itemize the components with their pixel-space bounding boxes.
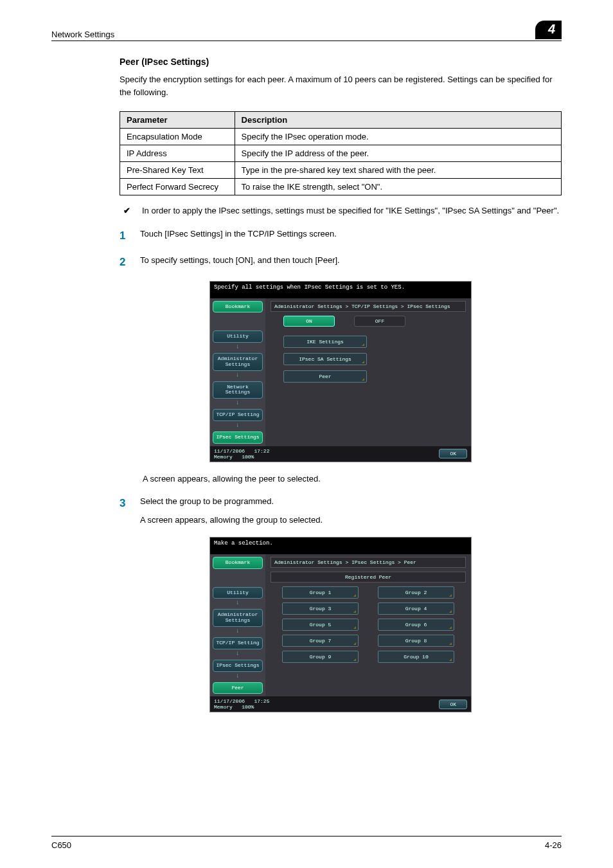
group-button[interactable]: Group 9 — [282, 651, 359, 663]
intro-paragraph: Specify the encryption settings for each… — [120, 73, 562, 98]
status-bar: 11/17/2006 17:22 Memory 100% OK — [210, 446, 471, 462]
step-result: A screen appears, allowing the peer to s… — [143, 474, 562, 484]
page-footer: C650 4-26 — [51, 836, 562, 850]
status-date: 11/17/2006 — [214, 448, 245, 454]
step-1: 1 Touch [IPsec Settings] in the TCP/IP S… — [120, 228, 562, 244]
step-2: 2 To specify settings, touch [ON], and t… — [120, 254, 562, 271]
table-row: Pre-Shared Key TextType in the pre-share… — [120, 162, 562, 179]
status-time: 17:22 — [254, 448, 269, 454]
bookmark-button[interactable]: Bookmark — [213, 301, 263, 313]
admin-settings-button[interactable]: Administrator Settings — [213, 353, 263, 371]
arrow-down-icon: ↓ — [213, 400, 263, 406]
peer-button[interactable]: Peer — [283, 370, 367, 383]
table-header: Parameter — [120, 112, 235, 129]
footer-left: C650 — [51, 840, 71, 850]
arrow-down-icon: ↓ — [213, 422, 263, 429]
page-header: Network Settings 4 — [51, 21, 562, 41]
ike-settings-button[interactable]: IKE Settings — [283, 336, 367, 348]
main-panel: Administrator Settings > IPsec Settings … — [265, 554, 471, 697]
step-text: Select the group to be programmed. — [140, 495, 562, 508]
sidebar: Bookmark Utility ↓ Administrator Setting… — [210, 298, 265, 446]
status-time: 17:25 — [254, 698, 269, 704]
group-button[interactable]: Group 1 — [282, 586, 359, 599]
status-mem-value: 100% — [242, 454, 254, 460]
arrow-down-icon: ↓ — [213, 651, 263, 657]
admin-settings-button[interactable]: Administrator Settings — [213, 609, 263, 627]
registered-peer-header: Registered Peer — [271, 572, 466, 583]
group-button[interactable]: Group 7 — [282, 635, 359, 647]
note-text: In order to apply the IPsec settings, se… — [142, 204, 559, 217]
instruction-bar: Specify all settings when IPsec Settings… — [210, 282, 471, 298]
arrow-down-icon: ↓ — [213, 628, 263, 635]
table-row: IP AddressSpecify the IP address of the … — [120, 145, 562, 162]
utility-button[interactable]: Utility — [213, 587, 263, 599]
off-toggle[interactable]: OFF — [354, 316, 405, 327]
step-number: 3 — [120, 495, 129, 527]
arrow-down-icon: ↓ — [213, 673, 263, 680]
footer-right: 4-26 — [545, 840, 562, 850]
section-name: Network Settings — [51, 30, 114, 39]
step-text: To specify settings, touch [ON], and the… — [140, 254, 562, 271]
group-button[interactable]: Group 3 — [282, 602, 359, 615]
step-text: Touch [IPsec Settings] in the TCP/IP Set… — [140, 228, 562, 244]
group-grid: Group 1 Group 2 Group 3 Group 4 Group 5 … — [271, 586, 466, 668]
on-toggle[interactable]: ON — [283, 316, 335, 327]
step-number: 2 — [120, 254, 129, 271]
group-button[interactable]: Group 8 — [378, 635, 454, 647]
ipsec-settings-button[interactable]: IPsec Settings — [213, 660, 263, 672]
screenshot-peer-groups: Make a selection. Bookmark Utility ↓ Adm… — [209, 537, 472, 713]
status-bar: 11/17/2006 17:25 Memory 100% OK — [210, 696, 471, 712]
ipsec-sa-settings-button[interactable]: IPsec SA Settings — [283, 353, 367, 365]
group-button[interactable]: Group 10 — [378, 651, 454, 663]
parameter-table: Parameter Description Encapsulation Mode… — [120, 111, 562, 195]
chapter-number: 4 — [535, 21, 562, 39]
arrow-down-icon: ↓ — [213, 372, 263, 379]
check-icon: ✔ — [123, 204, 130, 217]
screenshot-ipsec-settings: Specify all settings when IPsec Settings… — [209, 281, 472, 462]
table-header: Description — [235, 112, 561, 129]
status-mem-label: Memory — [214, 454, 233, 460]
group-button[interactable]: Group 4 — [378, 602, 454, 615]
sidebar: Bookmark Utility ↓ Administrator Setting… — [210, 554, 265, 697]
ok-button[interactable]: OK — [439, 449, 467, 458]
group-button[interactable]: Group 6 — [378, 619, 454, 631]
breadcrumb: Administrator Settings > TCP/IP Settings… — [271, 301, 466, 312]
arrow-down-icon: ↓ — [213, 600, 263, 606]
ipsec-settings-button[interactable]: IPsec Settings — [213, 431, 263, 444]
status-date: 11/17/2006 — [214, 698, 245, 704]
table-row: Encapsulation ModeSpecify the IPsec oper… — [120, 129, 562, 145]
peer-button[interactable]: Peer — [213, 682, 263, 694]
bookmark-button[interactable]: Bookmark — [213, 557, 263, 569]
utility-button[interactable]: Utility — [213, 330, 263, 343]
table-row: Perfect Forward SecrecyTo raise the IKE … — [120, 179, 562, 195]
status-mem-label: Memory — [214, 704, 233, 710]
section-heading: Peer (IPsec Settings) — [120, 57, 562, 67]
tcpip-setting-button[interactable]: TCP/IP Setting — [213, 637, 263, 649]
group-button[interactable]: Group 5 — [282, 619, 359, 631]
tcpip-setting-button[interactable]: TCP/IP Setting — [213, 409, 263, 421]
arrow-down-icon: ↓ — [213, 344, 263, 350]
step-result: A screen appears, allowing the group to … — [140, 514, 562, 527]
check-note: ✔ In order to apply the IPsec settings, … — [120, 204, 562, 217]
breadcrumb: Administrator Settings > IPsec Settings … — [271, 557, 466, 568]
instruction-bar: Make a selection. — [210, 538, 471, 554]
ok-button[interactable]: OK — [439, 700, 467, 709]
group-button[interactable]: Group 2 — [378, 586, 454, 599]
step-number: 1 — [120, 228, 129, 244]
main-panel: Administrator Settings > TCP/IP Settings… — [265, 298, 471, 446]
network-settings-button[interactable]: Network Settings — [213, 381, 263, 399]
status-mem-value: 100% — [242, 704, 254, 710]
step-3: 3 Select the group to be programmed. A s… — [120, 495, 562, 527]
